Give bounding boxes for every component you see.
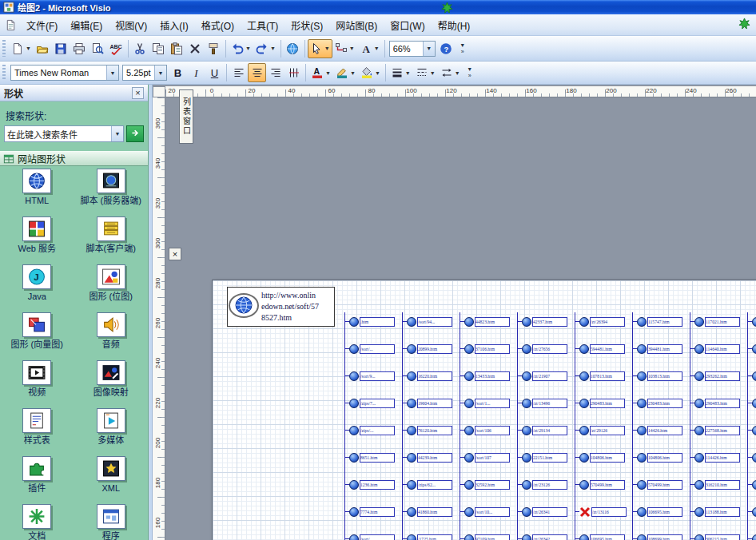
bold-button[interactable]: B xyxy=(169,63,187,82)
sitemap-node[interactable]: 394481.htm xyxy=(632,343,682,354)
sitemap-node[interactable]: 22151.htm xyxy=(517,452,567,463)
sitemap-node[interactable]: /sort/... xyxy=(344,534,395,540)
hyperlink-button[interactable] xyxy=(284,39,302,58)
close-icon[interactable]: × xyxy=(132,87,144,99)
sitemap-node[interactable]: 170213.htm xyxy=(747,316,756,327)
chevron-down-icon[interactable]: ▼ xyxy=(423,42,435,56)
sitemap-node[interactable]: .htm xyxy=(344,316,395,327)
stencil-shape-multimedia[interactable]: 多媒体 xyxy=(74,406,149,454)
sitemap-node[interactable]: 230483.htm xyxy=(632,398,682,408)
align-right-button[interactable] xyxy=(266,63,284,82)
sitemap-node[interactable]: /1725.htm xyxy=(402,534,452,540)
sitemap-node[interactable]: 144262.htm xyxy=(747,452,756,463)
sitemap-node[interactable]: 570499.htm xyxy=(575,479,625,490)
menu-item-4[interactable]: 插入(I) xyxy=(153,14,194,36)
sitemap-node[interactable]: /zt/26394 xyxy=(575,316,625,327)
sitemap-node[interactable]: 106695.htm xyxy=(575,534,625,540)
sitemap-node[interactable]: /zt/29126 xyxy=(575,425,625,435)
sitemap-node[interactable]: /zips/62... xyxy=(402,479,452,490)
sitemap-node[interactable]: 104806.htm xyxy=(632,452,682,463)
shapes-panel-header[interactable]: 形状 × xyxy=(0,85,148,101)
sitemap-node[interactable]: 8651.htm xyxy=(344,452,395,463)
stencil-shape-video[interactable]: 视频 xyxy=(0,358,74,406)
stencil-shape-plugin[interactable]: 插件 xyxy=(0,454,74,502)
sitemap-node[interactable]: 37106.htm xyxy=(460,343,510,354)
stencil-shape-bitmap-graphic[interactable]: 图形 (位图) xyxy=(74,262,149,310)
sitemap-node[interactable]: 104806.htm xyxy=(575,452,625,463)
sitemap-node[interactable]: 293262.htm xyxy=(690,371,740,381)
search-go-button[interactable] xyxy=(126,125,144,142)
sitemap-node[interactable]: 7774.htm xyxy=(344,506,395,517)
search-dropdown-icon[interactable]: ▼ xyxy=(111,126,123,141)
stencil-shape-java[interactable]: JJava xyxy=(0,262,74,310)
sitemap-node[interactable]: 131883.htm xyxy=(747,506,756,517)
menu-item-2[interactable]: 编辑(E) xyxy=(64,14,109,36)
menu-item-1[interactable]: 文件(F) xyxy=(20,14,64,36)
sitemap-node[interactable]: /zt/13496 xyxy=(517,398,567,408)
vertical-ruler[interactable]: 360340320300280260240220200180160 xyxy=(153,97,165,540)
sitemap-node[interactable]: /zt/13116 xyxy=(575,506,627,517)
stencil-shape-html[interactable]: HTML xyxy=(0,166,74,214)
vertical-align-button[interactable] xyxy=(284,63,303,82)
sitemap-node[interactable]: 42337.htm xyxy=(517,316,567,327)
paste-button[interactable] xyxy=(168,39,186,58)
list-window-close-button[interactable]: × xyxy=(169,248,181,260)
fill-color-button[interactable]: ▼ xyxy=(358,63,383,82)
sitemap-node[interactable]: 107813.htm xyxy=(575,371,625,381)
sitemap-node[interactable]: 41860.htm xyxy=(402,506,452,517)
menu-item-7[interactable]: 形状(S) xyxy=(284,14,329,36)
sitemap-node[interactable]: /sort/10... xyxy=(460,506,510,517)
align-left-button[interactable] xyxy=(229,63,248,82)
sitemap-node[interactable]: 14426.htm xyxy=(632,425,682,435)
sitemap-node[interactable]: 113188.htm xyxy=(690,506,740,517)
spelling-button[interactable]: ABC xyxy=(107,39,125,58)
font-color-button[interactable]: A▼ xyxy=(308,63,333,82)
line-ends-button[interactable]: ▼ xyxy=(438,63,463,82)
delete-button[interactable] xyxy=(186,39,205,58)
chevron-down-icon[interactable]: ▼ xyxy=(106,66,118,80)
horizontal-ruler[interactable]: 20020406080100120140160180200220240260 xyxy=(165,86,756,97)
sitemap-node[interactable]: 108699.htm xyxy=(632,534,682,540)
menu-item-10[interactable]: 帮助(H) xyxy=(432,14,477,36)
line-pattern-button[interactable]: ▼ xyxy=(413,63,438,82)
open-button[interactable] xyxy=(34,39,52,58)
undo-button[interactable]: ▼ xyxy=(229,39,253,58)
sitemap-node[interactable]: /sort/106 xyxy=(460,425,510,435)
stencil-shape-web-service[interactable]: Web 服务 xyxy=(0,214,74,262)
sitemap-node[interactable]: /zt/26342 xyxy=(517,534,567,540)
italic-button[interactable]: I xyxy=(187,63,205,82)
sitemap-node[interactable]: 117021.htm xyxy=(690,316,740,327)
stencil-shape-client-script[interactable]: 脚本(客户端) xyxy=(74,214,149,262)
title-bar[interactable]: 绘图2 - Microsoft Visio xyxy=(0,0,756,14)
sitemap-node[interactable]: 20899.htm xyxy=(402,343,452,354)
print-button[interactable] xyxy=(70,39,89,58)
sitemap-node[interactable]: /sort/... xyxy=(344,343,395,354)
sitemap-node[interactable]: 290483.htm xyxy=(690,398,740,408)
font-size-combobox[interactable]: 5.25pt ▼ xyxy=(122,65,167,81)
menu-item-8[interactable]: 网站图(B) xyxy=(329,14,384,36)
sitemap-node[interactable]: 44823.htm xyxy=(460,316,510,327)
sitemap-node[interactable]: /zips/7... xyxy=(344,398,395,408)
text-tool-button[interactable]: A▼ xyxy=(357,39,382,58)
format-painter-button[interactable] xyxy=(205,39,223,58)
sitemap-node[interactable]: 290483.htm xyxy=(575,398,625,408)
toolbar-grip-2[interactable] xyxy=(2,65,6,81)
pointer-tool-button[interactable]: ▼ xyxy=(308,39,332,58)
menu-item-6[interactable]: 工具(T) xyxy=(241,14,284,36)
stencil-shape-image-map[interactable]: 图像映射 xyxy=(74,358,149,406)
connector-tool-button[interactable]: ▼ xyxy=(332,39,357,58)
sitemap-node[interactable]: 44239.htm xyxy=(402,452,452,463)
chevron-down-icon[interactable]: ▼ xyxy=(154,66,166,80)
menu-item-3[interactable]: 视图(V) xyxy=(109,14,153,36)
sitemap-node[interactable]: 904833.htm xyxy=(747,398,756,408)
help-button[interactable]: ? xyxy=(437,39,456,58)
sitemap-node[interactable]: /sort/9... xyxy=(344,371,395,381)
stencil-shape-xml[interactable]: XML xyxy=(74,454,149,502)
align-center-button[interactable] xyxy=(248,63,266,82)
stencil-shape-program[interactable]: 程序 xyxy=(74,502,149,540)
menu-item-5[interactable]: 格式(O) xyxy=(195,14,241,36)
sitemap-node[interactable]: 97109.htm xyxy=(460,534,510,540)
sitemap-node[interactable]: 115747.htm xyxy=(632,316,682,327)
sitemap-node[interactable]: 114426.htm xyxy=(690,452,740,463)
underline-button[interactable]: U xyxy=(205,63,224,82)
